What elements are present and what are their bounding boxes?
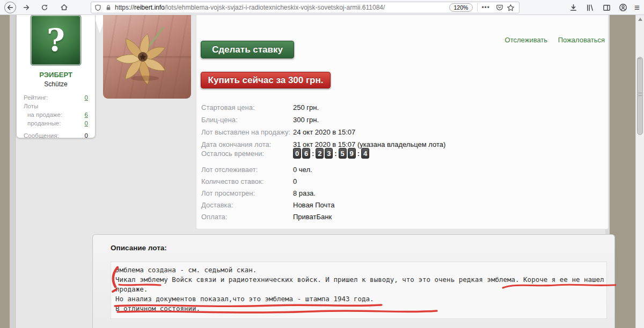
url-path: /lots/ehmblema-vojsk-svjazi-i-radiotexni… — [165, 4, 385, 11]
detail-value: 250 грн. — [293, 103, 319, 111]
reload-button[interactable] — [38, 1, 52, 14]
detail-value: 0 — [293, 177, 297, 185]
seller-card: ? РЭИБЕРТ Schütze Рейтинг: 0 Лоты на про… — [16, 15, 96, 138]
detail-label: Лот отслеживает: — [201, 164, 293, 176]
description-heading: Описание лота: — [111, 244, 167, 252]
stat-row-sold: проданные: 0 — [24, 119, 88, 128]
timer-digit: 5 — [339, 148, 347, 159]
on-sale-value-link[interactable]: 6 — [85, 110, 88, 119]
home-button[interactable] — [57, 1, 71, 14]
detail-label: Количество ставок: — [201, 176, 293, 188]
urlbar-separator — [477, 3, 478, 12]
avatar-question-glyph: ? — [47, 25, 65, 56]
page-gutter-left — [10, 15, 16, 328]
url-scheme: https:// — [115, 4, 134, 11]
stat-label: Сообщения: — [24, 132, 59, 139]
detail-row-payment: Оплата:ПриватБанк — [201, 211, 332, 223]
seller-stats: Рейтинг: 0 Лоты на продаже: 6 проданные:… — [24, 93, 88, 140]
downloads-icon[interactable] — [568, 2, 579, 13]
stat-row-messages: Сообщения: 0 — [24, 131, 88, 140]
home-icon — [60, 3, 68, 11]
description-line: Чикал эмблему Войск связи и радиотехниче… — [115, 275, 602, 285]
tracking-shield-icon — [94, 4, 101, 11]
sidebar-panes-icon[interactable] — [601, 2, 612, 13]
description-line: В отличном состоянии. — [115, 304, 602, 314]
description-line: Но анализ документов показал,что это эмб… — [115, 294, 602, 304]
reload-icon — [41, 4, 48, 11]
account-icon[interactable] — [618, 2, 628, 13]
lot-info-panel: Отслеживать Пожаловаться Сделать ставку … — [196, 15, 609, 229]
page-scrollbar[interactable] — [635, 15, 644, 328]
browser-toolbar: https://reibert.info/lots/ehmblema-vojsk… — [0, 0, 644, 15]
timer-digit: 4 — [361, 148, 369, 159]
timer-colon: : — [334, 150, 336, 158]
forward-button[interactable] — [19, 1, 33, 14]
description-line: продаже. — [115, 285, 602, 294]
lock-icon — [105, 4, 112, 11]
detail-row-blitz-price: Блиц-цена:300 грн. — [201, 114, 319, 126]
report-link[interactable]: Пожаловаться — [558, 36, 605, 44]
detail-value: 8 раза. — [293, 189, 316, 197]
detail-row-delivery: Доставка:Новая Почта — [201, 199, 334, 211]
menu-hamburger-icon[interactable]: ≡ — [634, 3, 640, 12]
watch-link[interactable]: Отслеживать — [505, 36, 547, 44]
stat-label: Рейтинг: — [24, 94, 48, 101]
detail-value: 300 грн. — [293, 116, 319, 124]
back-arrow-icon — [6, 4, 14, 11]
messages-value: 0 — [85, 131, 88, 140]
countdown-timer-row: Осталось времени: 0 6 : 2 3 : 5 9 : 4 — [201, 147, 370, 160]
scrollbar-up-arrow[interactable] — [638, 18, 642, 21]
detail-label: Блиц-цена: — [201, 114, 293, 126]
stat-row-rating: Рейтинг: 0 — [24, 93, 88, 102]
page-actions-icon[interactable]: ••• — [481, 4, 490, 11]
detail-value: 0 чел. — [293, 166, 312, 174]
scrollbar-grip — [638, 93, 642, 96]
time-left-label: Осталось времени: — [201, 150, 293, 158]
stats-spacer — [24, 128, 88, 131]
scrollbar-thumb[interactable] — [637, 57, 643, 135]
seller-username[interactable]: РЭИБЕРТ — [17, 71, 95, 79]
timer-colon: : — [312, 150, 314, 158]
toolbar-right-icons: ≡ — [568, 0, 640, 15]
emblem-shadow — [131, 76, 159, 81]
detail-row-watchers: Лот отслеживает:0 чел. — [201, 164, 312, 176]
place-bid-button[interactable]: Сделать ставку — [201, 41, 294, 58]
library-icon[interactable] — [584, 2, 595, 13]
detail-label: Стартовая цена: — [201, 101, 293, 114]
pocket-icon[interactable] — [494, 2, 505, 13]
page-content: ? РЭИБЕРТ Schütze Рейтинг: 0 Лоты на про… — [0, 15, 644, 328]
rating-value-link[interactable]: 0 — [85, 93, 88, 102]
timer-digit: 3 — [325, 148, 333, 159]
detail-row-listed-date: Лот выставлен на продажу:24 окт 2020 в 1… — [201, 126, 355, 138]
description-line: Эмблема создана - см. седьмой скан. — [115, 265, 602, 275]
emblem-illustration — [103, 15, 191, 99]
detail-value: ПриватБанк — [293, 213, 332, 221]
timer-digit: 9 — [348, 148, 356, 159]
url-text: https://reibert.info/lots/ehmblema-vojsk… — [115, 4, 449, 11]
buy-now-button[interactable]: Купить сейчас за 300 грн. — [201, 72, 331, 88]
url-bar[interactable]: https://reibert.info/lots/ehmblema-vojsk… — [91, 2, 519, 13]
detail-label: Доставка: — [201, 199, 293, 211]
bookmark-star-icon[interactable] — [505, 2, 516, 13]
detail-label: Лот просмотрен: — [201, 188, 293, 199]
timer-digit: 6 — [302, 148, 310, 159]
zoom-level-badge[interactable]: 120% — [449, 3, 473, 12]
forward-arrow-icon — [23, 4, 30, 11]
lot-photo-thumbnail[interactable] — [103, 15, 191, 99]
detail-value: Новая Почта — [293, 201, 334, 209]
timer-colon: : — [357, 150, 360, 158]
detail-row-bid-count: Количество ставок:0 — [201, 176, 297, 188]
detail-row-start-price: Стартовая цена:250 грн. — [201, 101, 319, 114]
sold-value-link[interactable]: 0 — [85, 119, 88, 128]
back-button[interactable] — [4, 2, 16, 13]
detail-value: 24 окт 2020 в 15:07 — [293, 128, 355, 136]
stat-label: Лоты — [24, 103, 38, 109]
lot-action-links: Отслеживать Пожаловаться — [496, 36, 605, 44]
seller-rank: Schütze — [17, 80, 95, 88]
timer-digit: 2 — [316, 148, 324, 159]
seller-avatar[interactable]: ? — [30, 15, 82, 66]
camouflage-background-left — [0, 15, 10, 328]
description-text-box: Эмблема создана - см. седьмой скан. Чика… — [111, 262, 607, 319]
stat-label: проданные: — [24, 120, 61, 126]
lot-description-section: Описание лота: Эмблема создана - см. сед… — [92, 234, 615, 328]
